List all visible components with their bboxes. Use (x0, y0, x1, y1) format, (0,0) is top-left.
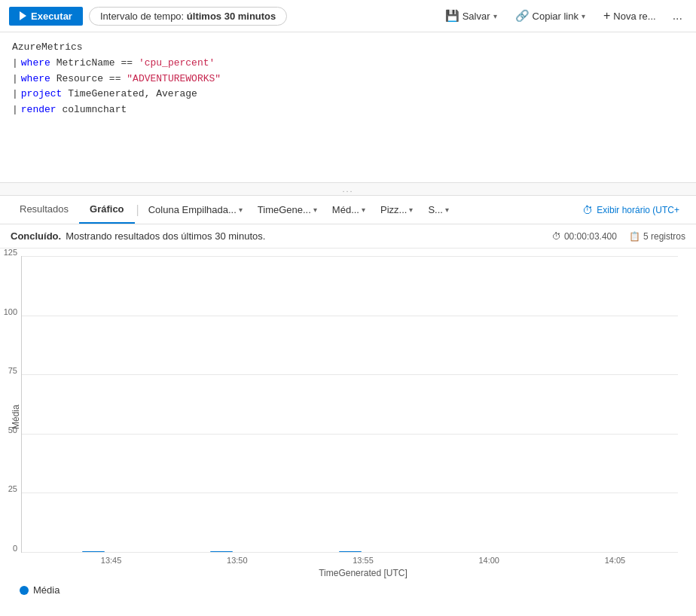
y-axis-label: 100 (0, 307, 17, 316)
legend-dot (20, 586, 29, 595)
more-icon: ... (673, 9, 682, 22)
copy-link-chevron-icon: ▾ (582, 12, 585, 20)
code-resource: Resource (56, 72, 103, 87)
code-val-2: "ADVENTUREWORKS" (127, 72, 221, 87)
pipe-4: | (12, 102, 18, 118)
records-value: 5 registros (643, 231, 685, 242)
x-axis-dropdown[interactable]: TimeGene... ▾ (250, 198, 325, 221)
code-field-1 (50, 56, 56, 72)
y-axis-label: 75 (0, 366, 17, 375)
chart-bar[interactable] (210, 551, 233, 552)
x-axis-label: 13:55 (300, 556, 426, 565)
status-description: Mostrando resultados dos últimos 30 minu… (66, 230, 265, 242)
tab-chart[interactable]: Gráfico (79, 196, 135, 224)
legend-label: Média (33, 584, 60, 596)
bar-group (29, 551, 157, 552)
tab-separator-1: | (136, 203, 139, 217)
copy-link-button[interactable]: 🔗 Copiar link ▾ (509, 6, 591, 26)
pipe-2: | (12, 72, 18, 87)
save-button[interactable]: 💾 Salvar ▾ (439, 6, 503, 26)
save-icon: 💾 (445, 9, 459, 23)
status-duration: ⏱ 00:00:03.400 (552, 231, 617, 242)
clock-icon: ⏱ (582, 204, 593, 216)
y-axis-label: Méd... (332, 204, 359, 215)
chart-inner: 1251007550250 13:4513:5013:5514:0014:05 … (21, 256, 678, 578)
y-axis-label: 125 (0, 248, 17, 257)
code-line-1: | where MetricName == 'cpu_percent' (12, 56, 684, 72)
time-interval-prefix: Intervalo de tempo: (100, 11, 187, 22)
records-icon: 📋 (629, 231, 640, 242)
code-render-type: columnchart (56, 102, 127, 118)
aggregation-dropdown[interactable]: Pizz... ▾ (373, 198, 420, 221)
bar-group (285, 551, 414, 552)
x-axis-label: 14:05 (552, 556, 678, 565)
code-op-1: == (115, 56, 139, 72)
resize-dots: ... (342, 184, 353, 194)
new-button[interactable]: + Nova re... (597, 6, 662, 26)
code-table-name: AzureMetrics (12, 40, 83, 56)
bar-group (157, 551, 285, 552)
x-axis-chevron-icon: ▾ (313, 206, 317, 214)
status-completed: Concluído. (11, 230, 61, 242)
time-interval-value: últimos 30 minutos (187, 11, 276, 22)
execute-button[interactable]: Executar (9, 7, 83, 26)
tab-results[interactable]: Resultados (9, 196, 79, 224)
new-label: Nova re... (613, 11, 655, 22)
chart-wrapper: Média 1251007550250 13:4513:5013:5514:00… (8, 256, 678, 578)
pipe-3: | (12, 87, 18, 102)
resize-handle[interactable]: ... (0, 183, 696, 196)
copy-link-label: Copiar link (533, 11, 578, 22)
status-bar: Concluído. Mostrando resultados dos últi… (0, 224, 696, 249)
execute-label: Executar (31, 11, 72, 22)
more-button[interactable]: ... (668, 6, 687, 26)
y-axis-label: 50 (0, 425, 17, 435)
code-val-1: 'cpu_percent' (139, 56, 215, 72)
chart-bar[interactable] (339, 551, 362, 552)
chart-section: Resultados Gráfico | Coluna Empilhada...… (0, 196, 696, 609)
bars-container (22, 256, 678, 552)
time-interval-picker[interactable]: Intervalo de tempo: últimos 30 minutos (89, 7, 287, 26)
y-axis-dropdown[interactable]: Méd... ▾ (325, 198, 373, 221)
split-dropdown[interactable]: S... ▾ (420, 198, 456, 221)
kw-project: project (21, 87, 63, 102)
y-axis-title: Média (8, 256, 21, 578)
y-axis-label: 25 (0, 484, 17, 493)
x-axis-label: 13:45 (48, 556, 174, 565)
play-icon (20, 11, 26, 20)
results-tabs: Resultados Gráfico | Coluna Empilhada...… (0, 196, 696, 224)
code-table-line: AzureMetrics (12, 40, 684, 56)
time-display-label: Exibir horário (UTC+ (597, 205, 679, 215)
y-axis-chevron-icon: ▾ (362, 206, 365, 214)
plus-icon: + (603, 9, 610, 23)
duration-icon: ⏱ (552, 231, 561, 242)
chart-grid: 1251007550250 (21, 256, 678, 553)
code-metricname: MetricName (56, 56, 115, 72)
code-line-2: | where Resource == "ADVENTUREWORKS" (12, 72, 684, 87)
kw-render: render (21, 102, 56, 118)
status-left: Concluído. Mostrando resultados dos últi… (11, 230, 265, 242)
link-icon: 🔗 (515, 9, 530, 23)
code-field-2 (50, 72, 56, 87)
pipe-1: | (12, 56, 18, 72)
x-axis-label: 14:00 (426, 556, 552, 565)
code-line-4: | render columnchart (12, 102, 684, 118)
x-axis-label: 13:50 (174, 556, 300, 565)
chart-legend: Média (8, 578, 678, 602)
x-axis: 13:4513:5013:5514:0014:05 (48, 556, 678, 565)
x-axis-label: TimeGene... (258, 204, 311, 215)
y-axis-label: 0 (0, 544, 17, 553)
code-editor[interactable]: AzureMetrics | where MetricName == 'cpu_… (0, 32, 696, 183)
chart-bar[interactable] (82, 551, 105, 552)
grid-line: 0 (22, 552, 678, 553)
x-axis-title: TimeGenerated [UTC] (48, 568, 678, 578)
chart-type-chevron-icon: ▾ (239, 206, 243, 214)
chart-type-dropdown[interactable]: Coluna Empilhada... ▾ (141, 198, 250, 221)
status-records: 📋 5 registros (629, 231, 685, 242)
status-right: ⏱ 00:00:03.400 📋 5 registros (552, 231, 685, 242)
code-line-3: | project TimeGenerated, Average (12, 87, 684, 102)
chart-type-label: Coluna Empilhada... (148, 204, 237, 215)
aggregation-chevron-icon: ▾ (409, 206, 413, 214)
kw-where-1: where (21, 56, 50, 72)
aggregation-label: Pizz... (380, 204, 407, 215)
time-display-button[interactable]: ⏱ Exibir horário (UTC+ (575, 198, 687, 222)
